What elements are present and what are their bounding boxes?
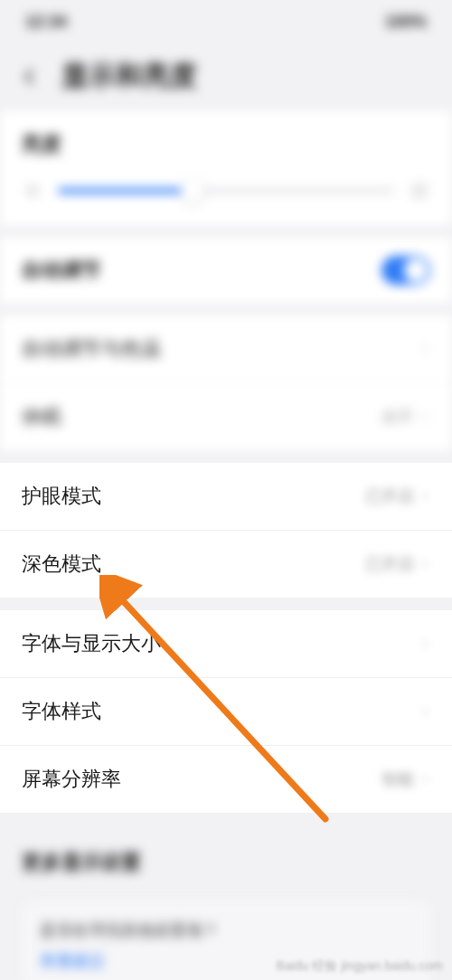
sun-large-icon <box>409 180 430 202</box>
row-value <box>414 344 430 354</box>
row-sleep[interactable]: 休眠 永不 <box>0 382 452 450</box>
chevron-right-icon <box>419 706 430 717</box>
page-header: 显示和亮度 <box>0 43 452 111</box>
more-settings-label: 更多显示设置 <box>22 849 430 876</box>
svg-point-5 <box>416 187 424 195</box>
chevron-right-icon <box>419 774 430 785</box>
row-screen-resolution[interactable]: 屏幕分辨率 智能 <box>0 745 452 813</box>
row-value-text: 智能 <box>381 768 414 790</box>
svg-point-0 <box>30 188 36 194</box>
back-icon[interactable] <box>20 67 40 87</box>
row-value-text: 已开启 <box>365 485 414 507</box>
row-eye-care[interactable]: 护眼模式 已开启 <box>0 463 452 530</box>
auto-adjust-row[interactable]: 自动调节 <box>0 238 452 303</box>
status-time: 12:34 <box>25 13 67 32</box>
row-value: 智能 <box>381 768 430 790</box>
chevron-right-icon <box>419 344 430 354</box>
row-value <box>414 638 430 649</box>
brightness-section: 亮度 <box>0 111 452 225</box>
row-label: 屏幕分辨率 <box>22 766 121 793</box>
status-battery: 100% <box>385 13 427 32</box>
row-label: 深色模式 <box>22 551 101 578</box>
row-value-text: 永不 <box>381 406 414 428</box>
chevron-right-icon <box>419 411 430 422</box>
chevron-right-icon <box>419 638 430 649</box>
brightness-fill <box>58 188 193 193</box>
svg-line-13 <box>425 184 427 185</box>
brightness-thumb[interactable] <box>181 179 204 203</box>
row-value: 已开启 <box>365 553 430 575</box>
status-bar: 12:34 100% <box>0 0 452 43</box>
more-display-settings[interactable]: 更多显示设置 <box>0 825 452 885</box>
suggestion-question: 是否在寻找其他设置项？ <box>40 919 412 941</box>
row-auto-color-temp[interactable]: 自动调节与色温 <box>0 316 452 382</box>
row-value <box>414 706 430 717</box>
sun-small-icon <box>22 180 43 202</box>
chevron-right-icon <box>419 559 430 570</box>
svg-line-10 <box>412 184 414 185</box>
svg-line-12 <box>412 196 414 198</box>
row-label: 休眠 <box>22 403 61 430</box>
section-group-a: 自动调节与色温 休眠 永不 <box>0 316 452 450</box>
brightness-slider[interactable] <box>22 180 430 202</box>
page-title: 显示和亮度 <box>61 58 197 95</box>
auto-adjust-label: 自动调节 <box>22 257 101 284</box>
row-label: 自动调节与色温 <box>22 335 161 363</box>
row-value-text: 已开启 <box>365 553 414 575</box>
row-label: 护眼模式 <box>22 483 101 510</box>
row-label: 字体样式 <box>22 698 101 725</box>
svg-line-11 <box>425 196 427 198</box>
row-font-style[interactable]: 字体样式 <box>0 677 452 745</box>
row-label: 字体与显示大小 <box>22 630 161 657</box>
watermark: Baidu 经验 jingyan.baidu.com <box>277 958 443 975</box>
row-value: 永不 <box>381 406 430 428</box>
brightness-track[interactable] <box>58 188 394 193</box>
row-value: 已开启 <box>365 485 430 507</box>
row-font-display-size[interactable]: 字体与显示大小 <box>0 610 452 677</box>
brightness-label: 亮度 <box>22 131 430 158</box>
section-group-b: 护眼模式 已开启 深色模式 已开启 <box>0 463 452 598</box>
chevron-right-icon <box>419 491 430 502</box>
auto-adjust-toggle[interactable] <box>381 256 430 285</box>
row-dark-mode[interactable]: 深色模式 已开启 <box>0 530 452 598</box>
section-group-c: 字体与显示大小 字体样式 屏幕分辨率 智能 <box>0 610 452 813</box>
